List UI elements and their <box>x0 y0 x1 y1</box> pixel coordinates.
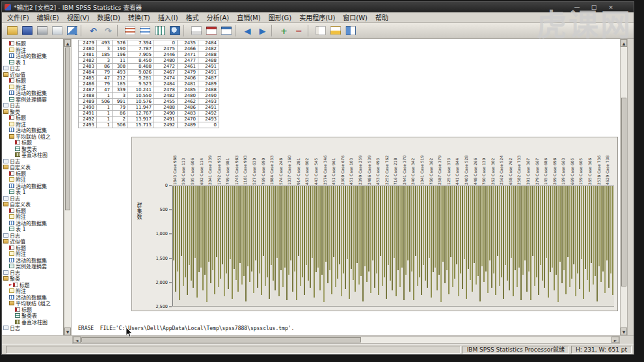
outline-item[interactable]: 标题 <box>2 208 63 214</box>
icicle-bar <box>470 186 471 280</box>
goto-case-icon[interactable] <box>122 24 137 38</box>
title-bar[interactable]: *输出2 [文档2] - IBM SPSS Statistics 查看器 — □… <box>2 2 634 12</box>
icicle-bar <box>458 186 459 296</box>
icicle-bar <box>269 186 270 299</box>
icicle-bar <box>230 186 231 259</box>
icicle-bar <box>335 186 336 287</box>
variables-icon[interactable] <box>152 24 167 38</box>
minimize-button[interactable]: — <box>569 3 585 12</box>
title-icon <box>9 208 14 213</box>
output-content: 24794935767.394024352484248031907.787247… <box>72 39 620 335</box>
save-icon[interactable] <box>20 24 34 38</box>
outline-item[interactable]: 标题 <box>2 245 63 251</box>
menu-direct-marketing[interactable]: 直销(M) <box>233 12 264 22</box>
insert-title-icon[interactable] <box>204 24 219 38</box>
goto-variable-icon[interactable] <box>137 24 152 38</box>
redo-icon[interactable]: ↷ <box>101 24 116 38</box>
table-row: 2484794939.026246724792491 <box>79 70 219 76</box>
icicle-bar <box>388 186 389 265</box>
agglomeration-schedule-table[interactable]: 24794935767.394024352484248031907.787247… <box>78 40 219 128</box>
icicle-bar <box>423 186 424 265</box>
outline-item[interactable]: 标题 <box>2 40 63 47</box>
menu-window[interactable]: 窗口(W) <box>339 12 371 22</box>
menu-transform[interactable]: 转换(T) <box>124 12 154 22</box>
outline-scrollbar[interactable]: ▲ ▼ <box>64 39 72 335</box>
maximize-button[interactable]: □ <box>585 3 602 12</box>
outline-item[interactable]: 活动的数据集 <box>2 53 63 59</box>
print-icon[interactable] <box>34 24 49 38</box>
content-scroll-thumb[interactable] <box>621 98 626 286</box>
scroll-right-icon[interactable]: ► <box>611 337 619 343</box>
icicle-bar <box>409 186 410 292</box>
icicle-bar <box>499 186 500 286</box>
content-horizontal-scrollbar[interactable]: ◄ ► <box>72 336 620 344</box>
outline-item[interactable]: 近似值 <box>2 238 63 245</box>
outline-item[interactable]: 聚类 <box>2 109 63 115</box>
outline-item[interactable]: 活动的数据集 <box>2 220 63 227</box>
undo-icon[interactable]: ↶ <box>86 24 101 38</box>
insert-text-icon[interactable] <box>219 24 234 38</box>
icicle-chart[interactable]: 群集数 05001,0001,5002,0002,500 1843 Case 9… <box>131 137 618 311</box>
outline-item[interactable]: 近似值 <box>2 72 63 78</box>
print-preview-icon[interactable] <box>49 24 64 38</box>
forward-icon[interactable]: ▶ <box>255 24 270 38</box>
icicle-bar <box>522 186 524 275</box>
outline-item[interactable]: 平均联结 (组之 <box>2 300 63 307</box>
menu-edit[interactable]: 编辑(E) <box>33 12 63 22</box>
outline-item[interactable]: 活动的数据集 <box>2 183 63 189</box>
scroll-up-icon[interactable]: ▲ <box>64 39 71 47</box>
insert-object-icon[interactable]: + <box>276 24 291 38</box>
show-outline-icon[interactable] <box>313 24 328 38</box>
icicle-bar <box>536 186 537 277</box>
scroll-left-icon[interactable]: ◄ <box>73 337 81 343</box>
scroll-down-icon[interactable]: ▼ <box>64 327 71 335</box>
menu-utilities[interactable]: 实用程序(U) <box>295 12 339 22</box>
close-button[interactable]: × <box>602 3 619 12</box>
dataset-icon <box>9 258 14 262</box>
back-icon[interactable]: ◀ <box>240 24 255 38</box>
outline-item[interactable]: 聚类 <box>2 275 63 282</box>
export-icon[interactable] <box>64 24 79 38</box>
find-icon[interactable] <box>167 24 182 38</box>
menu-view[interactable]: 视图(V) <box>63 12 94 22</box>
outline-item[interactable]: 自定义表 <box>2 164 63 171</box>
open-icon[interactable] <box>5 24 20 38</box>
scroll-down-icon[interactable]: ▼ <box>621 327 627 335</box>
scroll-up-icon[interactable]: ▲ <box>621 39 627 47</box>
outline-item[interactable]: 标题 <box>2 77 63 84</box>
content-scrollbar[interactable]: ▲ ▼ <box>620 39 628 335</box>
outline-scroll-thumb[interactable] <box>65 48 70 210</box>
designated-window-icon[interactable] <box>328 24 343 38</box>
case-label: 506 Case 113 <box>181 158 185 185</box>
outline-item[interactable]: 标题 <box>2 171 63 177</box>
icicle-bar <box>534 186 535 286</box>
hscroll-thumb[interactable] <box>81 337 361 342</box>
y-tick-mark <box>169 307 172 307</box>
outline-item[interactable]: ►标题 <box>2 282 63 288</box>
icicle-bar <box>481 186 483 266</box>
window-split-icon[interactable] <box>343 24 358 38</box>
icicle-bar <box>598 186 600 266</box>
case-label: 2041 Case 239 <box>208 156 212 185</box>
menu-help[interactable]: 帮助 <box>371 12 392 22</box>
outline-item[interactable]: 平均联结 (组之 <box>2 133 63 140</box>
table-icon <box>15 146 20 151</box>
case-label: 595 Case 606 <box>190 158 195 185</box>
outline-item[interactable]: 标题 <box>2 115 63 121</box>
icicle-bar <box>569 186 570 287</box>
table-row: 24881310.550248224802490 <box>79 93 219 99</box>
log-icon <box>3 66 8 70</box>
insert-heading-icon[interactable] <box>189 24 204 38</box>
case-label: 443 Case 545 <box>314 158 318 185</box>
delete-object-icon[interactable]: − <box>291 24 306 38</box>
icicle-bar <box>431 186 432 298</box>
menu-data[interactable]: 数据(D) <box>93 12 124 22</box>
menu-format[interactable]: 格式 <box>182 12 203 22</box>
menu-graphs[interactable]: 图形(G) <box>265 12 296 22</box>
menu-insert[interactable]: 插入(I) <box>154 12 182 22</box>
outline-item[interactable]: 自定义表 <box>2 201 63 208</box>
menu-analyze[interactable]: 分析(A) <box>203 12 234 22</box>
outline-item[interactable]: 日志 <box>2 325 63 331</box>
menu-file[interactable]: 文件(F) <box>3 12 33 22</box>
icicle-bar <box>550 186 551 272</box>
